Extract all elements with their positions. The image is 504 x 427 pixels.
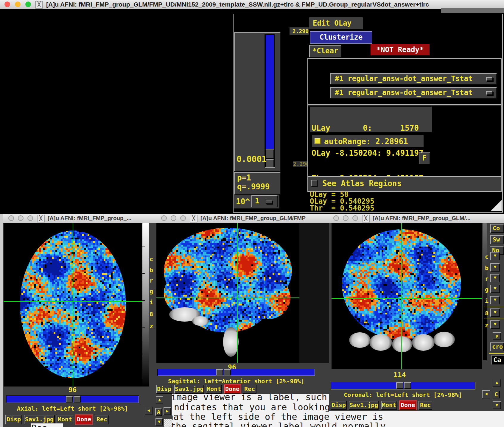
intensity-bar[interactable]	[142, 223, 149, 387]
contrast-menu-button[interactable]: ▼	[490, 252, 500, 260]
slider-thumb[interactable]	[396, 382, 403, 389]
coronal-slice-slider[interactable]	[331, 382, 475, 389]
atlas-checkbox[interactable]	[311, 180, 318, 187]
down-arrow-icon: ▼	[494, 309, 496, 315]
threshold-slider[interactable]	[265, 34, 275, 168]
done-button[interactable]: Done	[399, 401, 416, 410]
slider-thumb[interactable]	[224, 369, 231, 375]
flip-up-button[interactable]: ▲	[156, 396, 163, 403]
sagittal-side-area	[299, 223, 329, 363]
mont-button[interactable]: Mont	[381, 401, 397, 410]
slider-thumb[interactable]	[216, 369, 223, 375]
olay-chooser-menu[interactable]: #1 regular_answ-dot_answer_Tstat	[330, 73, 497, 85]
brightness-menu-button[interactable]: ▼	[490, 263, 500, 272]
zoom-letter-z: z	[485, 322, 489, 329]
slider-thumb[interactable]	[404, 382, 411, 389]
minimize-button[interactable]	[343, 215, 349, 221]
zoom-button[interactable]	[25, 1, 31, 7]
rec-button[interactable]: Rec	[95, 415, 109, 424]
flip-left-button[interactable]: ◀	[145, 407, 153, 415]
zoom-button[interactable]	[352, 215, 358, 221]
disp-button[interactable]: Disp	[331, 401, 347, 410]
disp-button[interactable]: Disp	[156, 385, 172, 394]
close-button[interactable]	[333, 215, 339, 221]
axial-view-label: Axial: left=Left short [2%-98%]	[6, 405, 139, 412]
axial-brain-image[interactable]	[4, 223, 142, 387]
range-readout: ULay 0: 1570 OLay -8.150204: 9.491197 Th…	[310, 107, 432, 132]
option-menu-icon	[486, 91, 493, 95]
zoom-button[interactable]	[27, 215, 33, 221]
capture-button[interactable]: Ca	[491, 355, 504, 364]
done-button[interactable]: Done	[224, 385, 240, 394]
coronal-window-title: [A]u AFNI: fMRI_FMP_group_GLM/...	[373, 215, 471, 222]
disp-button[interactable]: Disp	[5, 415, 22, 424]
contrast-letter-c: c	[150, 255, 153, 263]
coronal-slice-number: 114	[393, 371, 406, 379]
doc-fragment-text: Res	[31, 423, 47, 427]
letter-8: 8	[150, 311, 153, 318]
crosshair-c-button[interactable]: C	[493, 391, 500, 398]
flip-right-button[interactable]: ▶	[164, 407, 171, 415]
zoom-menu-button[interactable]: ▼	[490, 320, 500, 329]
mont-button[interactable]: Mont	[206, 385, 222, 394]
f-button[interactable]: F	[419, 152, 430, 164]
aspect-button[interactable]: A	[155, 408, 162, 416]
q-value: q=.9999	[237, 182, 270, 191]
threshold-max-label: 2.290	[290, 27, 309, 35]
slider-thumb[interactable]	[66, 396, 73, 403]
clusterize-button[interactable]: Clusterize	[310, 31, 372, 44]
axial-slice-slider[interactable]	[6, 395, 139, 403]
minimize-button[interactable]	[18, 215, 24, 221]
slider-thumb[interactable]	[74, 396, 81, 403]
down-arrow-icon: ▼	[494, 264, 496, 269]
crop-button[interactable]: cro	[490, 342, 504, 351]
swap-button[interactable]: Sw	[490, 235, 504, 244]
image-menu-button[interactable]: ▼	[490, 296, 500, 304]
close-button[interactable]	[4, 1, 10, 7]
save-button[interactable]: Sav1.jpg	[174, 385, 204, 394]
axial-window-title: [A]u AFNI: fMRI_FMP_group_...	[48, 215, 131, 222]
pan-button[interactable]: p	[493, 332, 501, 340]
threshold-value: 0.0001	[237, 154, 267, 164]
thr-chooser-label: #1 regular_answ-dot_answer_Tstat	[335, 88, 472, 97]
desktop-edge	[0, 214, 3, 427]
thr-chooser-menu[interactable]: #1 regular_answ-dot_answer_Tstat	[330, 87, 497, 99]
contrast-letter-c: c	[485, 253, 489, 260]
mont-button[interactable]: Mont	[57, 415, 73, 424]
flip-left-button[interactable]: ◀	[482, 390, 490, 398]
clear-button[interactable]: *Clear	[309, 45, 341, 57]
intensity-tick	[142, 327, 145, 328]
save-button[interactable]: Sav1.jpg	[349, 401, 379, 410]
brightness-letter-b: b	[150, 267, 153, 274]
rotate-menu-button[interactable]: ▼	[490, 274, 500, 282]
flip-down-button[interactable]: ▼	[493, 401, 501, 409]
sagittal-viewer-window: ╳ [A]u AFNI: fMRI_FMP_group_GLM/FMP 96 S…	[154, 214, 329, 427]
gamma-menu-button[interactable]: ▼	[490, 285, 500, 293]
done-button[interactable]: Done	[76, 415, 92, 424]
flip-up-button[interactable]: ▲	[493, 379, 501, 387]
threshold-thumb[interactable]	[266, 149, 274, 158]
flip-down-button[interactable]: ▼	[155, 418, 163, 426]
coronal-brain-image[interactable]	[332, 223, 482, 369]
rotate-letter-r: r	[485, 275, 489, 282]
save-button[interactable]: Sav1.jpg	[24, 415, 55, 424]
close-button[interactable]	[8, 215, 14, 221]
sagittal-slice-slider[interactable]	[157, 369, 315, 376]
gamma-letter-g: g	[485, 286, 489, 293]
letter-8-menu-button[interactable]: ▼	[490, 308, 500, 317]
sagittal-brain-image[interactable]	[156, 223, 299, 363]
minimize-button[interactable]	[171, 215, 176, 221]
image-letter-i: i	[150, 299, 153, 306]
autorange-checkbox[interactable]	[315, 138, 321, 144]
separator	[489, 353, 504, 354]
threshold-thumb-lower[interactable]	[266, 159, 274, 167]
zoom-button[interactable]	[180, 215, 186, 221]
rec-button[interactable]: Rec	[243, 385, 256, 394]
close-button[interactable]	[161, 215, 167, 221]
viewer-resize-grip[interactable]	[164, 419, 172, 427]
minimize-button[interactable]	[15, 1, 21, 7]
rec-button[interactable]: Rec	[419, 401, 432, 410]
colr-button[interactable]: Co	[490, 224, 504, 233]
resize-grip[interactable]	[491, 200, 502, 211]
power-menu-button[interactable]: 1	[251, 195, 278, 207]
